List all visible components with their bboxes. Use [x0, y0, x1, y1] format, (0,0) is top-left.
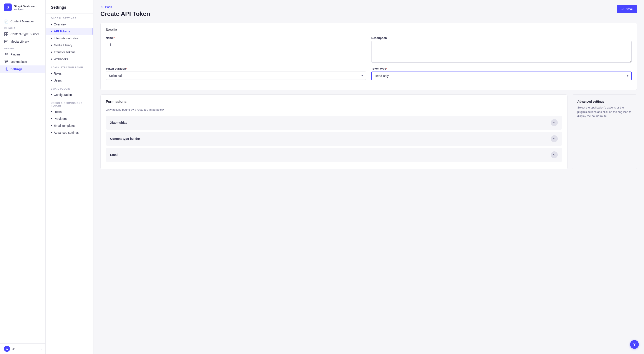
- permission-item-content-type-builder[interactable]: Content-type-builder: [106, 132, 562, 146]
- save-button[interactable]: Save: [617, 5, 637, 13]
- media-library-icon: [4, 40, 8, 44]
- permission-toggle-content-type-builder[interactable]: [551, 135, 558, 142]
- general-label: GENERAL: [0, 45, 46, 51]
- content-type-builder-icon: [4, 32, 8, 36]
- permission-toggle-xiaomubiao[interactable]: [551, 119, 558, 126]
- sidebar-nav: 📄 Content Manager PLUGINS Content-Type B…: [0, 15, 46, 343]
- token-options-row: Token duration* Unlimited 7 days 30 days…: [106, 67, 632, 80]
- name-required-star: *: [114, 36, 114, 40]
- admin-panel-label: ADMINISTRATION PANEL: [46, 63, 93, 70]
- settings-nav-roles[interactable]: Roles: [46, 70, 93, 77]
- chevron-down-icon: [553, 153, 556, 156]
- sidebar-item-marketplace[interactable]: Marketplace: [0, 58, 46, 66]
- back-arrow-icon: [100, 5, 104, 9]
- settings-nav-users[interactable]: Users: [46, 77, 93, 84]
- svg-rect-3: [6, 34, 8, 36]
- content-manager-icon: 📄: [4, 19, 8, 23]
- permission-label-xiaomubiao: Xiaomubiao: [110, 121, 127, 124]
- token-type-select-wrapper: Read-only Full access Custom ▼: [371, 72, 632, 80]
- chevron-down-icon: [553, 121, 556, 124]
- svg-point-8: [6, 69, 7, 70]
- settings-nav-transfer-tokens[interactable]: Transfer Tokens: [46, 49, 93, 56]
- name-group: Name*: [106, 36, 366, 63]
- svg-point-7: [7, 63, 8, 63]
- token-duration-group: Token duration* Unlimited 7 days 30 days…: [106, 67, 366, 80]
- permission-label-content-type-builder: Content-type-builder: [110, 137, 140, 140]
- permissions-card: Permissions Only actions bound by a rout…: [100, 94, 568, 169]
- token-duration-required-star: *: [126, 67, 127, 70]
- help-button[interactable]: ?: [630, 340, 639, 349]
- logo-icon: S: [4, 4, 12, 11]
- sidebar-item-label: Plugins: [10, 53, 20, 56]
- permission-item-email[interactable]: Email: [106, 148, 562, 162]
- page-title: Create API Token: [100, 11, 150, 18]
- permission-item-xiaomubiao[interactable]: Xiaomubiao: [106, 116, 562, 130]
- settings-nav-providers[interactable]: Providers: [46, 115, 93, 122]
- token-type-group: Token type* Read-only Full access Custom…: [371, 67, 632, 80]
- advanced-settings-description: Select the application's actions or the …: [577, 106, 632, 118]
- plugins-label: PLUGINS: [0, 25, 46, 31]
- token-type-required-star: *: [386, 67, 387, 70]
- sidebar-item-label: Media Library: [10, 40, 29, 43]
- advanced-settings-title: Advanced settings: [577, 100, 632, 103]
- token-type-label: Token type*: [371, 67, 632, 70]
- sidebar-item-content-type-builder[interactable]: Content-Type Builder: [0, 31, 46, 38]
- svg-rect-1: [6, 33, 8, 34]
- advanced-settings-card: Advanced settings Select the application…: [572, 94, 637, 169]
- sidebar-item-content-manager[interactable]: 📄 Content Manager: [0, 18, 46, 25]
- token-duration-select-wrapper: Unlimited 7 days 30 days 90 days Custom …: [106, 72, 366, 80]
- description-label: Description: [371, 36, 632, 40]
- token-duration-label: Token duration*: [106, 67, 366, 70]
- details-card: Details Name* Description Token duration…: [100, 23, 637, 90]
- settings-nav-up-roles[interactable]: Roles: [46, 108, 93, 115]
- user-name: xx: [12, 347, 40, 350]
- permissions-subtitle: Only actions bound by a route are listed…: [106, 108, 562, 111]
- permissions-section-title: Permissions: [106, 100, 562, 104]
- user-avatar: X: [4, 346, 10, 352]
- main-sidebar: S Strapi Dashboard Workplace 📄 Content M…: [0, 0, 46, 354]
- sidebar-item-label: Content-Type Builder: [10, 33, 39, 36]
- email-plugin-label: EMAIL PLUGIN: [46, 84, 93, 91]
- settings-nav-email-templates[interactable]: Email templates: [46, 122, 93, 129]
- header-left: Back Create API Token: [100, 5, 150, 18]
- name-input[interactable]: [106, 41, 366, 49]
- sidebar-footer: X xx ‹: [0, 343, 46, 354]
- sidebar-item-label: Settings: [10, 67, 22, 71]
- settings-nav-internationalization[interactable]: Internationalization: [46, 35, 93, 42]
- collapse-sidebar-button[interactable]: ‹: [40, 347, 42, 351]
- sidebar-item-label: Content Manager: [10, 20, 34, 23]
- permission-label-email: Email: [110, 153, 118, 157]
- main-content: Back Create API Token Save Details Name*…: [94, 0, 644, 354]
- token-duration-select[interactable]: Unlimited 7 days 30 days 90 days Custom: [106, 72, 366, 80]
- settings-nav-webhooks[interactable]: Webhooks: [46, 56, 93, 63]
- settings-nav-api-tokens[interactable]: API Tokens: [46, 28, 93, 35]
- details-section-title: Details: [106, 28, 632, 32]
- sidebar-item-media-library[interactable]: Media Library: [0, 38, 46, 45]
- app-subtitle: Workplace: [14, 8, 37, 11]
- settings-nav-advanced-settings[interactable]: Advanced settings: [46, 129, 93, 136]
- sidebar-item-settings[interactable]: Settings: [0, 66, 46, 73]
- settings-nav-configuration[interactable]: Configuration: [46, 91, 93, 98]
- svg-rect-4: [4, 40, 8, 43]
- sidebar-item-label: Marketplace: [10, 60, 27, 64]
- back-link[interactable]: Back: [100, 5, 150, 9]
- name-description-row: Name* Description: [106, 36, 632, 63]
- svg-rect-2: [4, 34, 6, 36]
- app-logo: S Strapi Dashboard Workplace: [0, 0, 46, 15]
- checkmark-icon: [621, 8, 624, 11]
- settings-nav-media-library[interactable]: Media Library: [46, 42, 93, 49]
- sidebar-item-plugins[interactable]: Plugins: [0, 51, 46, 58]
- settings-sidebar-title: Settings: [46, 5, 93, 14]
- svg-rect-0: [4, 33, 6, 34]
- settings-sidebar: Settings GLOBAL SETTINGS Overview API To…: [46, 0, 94, 354]
- users-permissions-label: USERS & PERMISSIONS PLUGIN: [46, 98, 93, 108]
- permission-toggle-email[interactable]: [551, 151, 558, 158]
- settings-nav-overview[interactable]: Overview: [46, 21, 93, 28]
- logo-text: Strapi Dashboard Workplace: [14, 5, 37, 11]
- name-label: Name*: [106, 36, 366, 40]
- token-type-select[interactable]: Read-only Full access Custom: [371, 72, 632, 80]
- permissions-layout: Permissions Only actions bound by a rout…: [100, 94, 637, 169]
- description-textarea[interactable]: [371, 41, 632, 63]
- back-label: Back: [105, 5, 112, 9]
- page-header: Back Create API Token Save: [100, 5, 637, 18]
